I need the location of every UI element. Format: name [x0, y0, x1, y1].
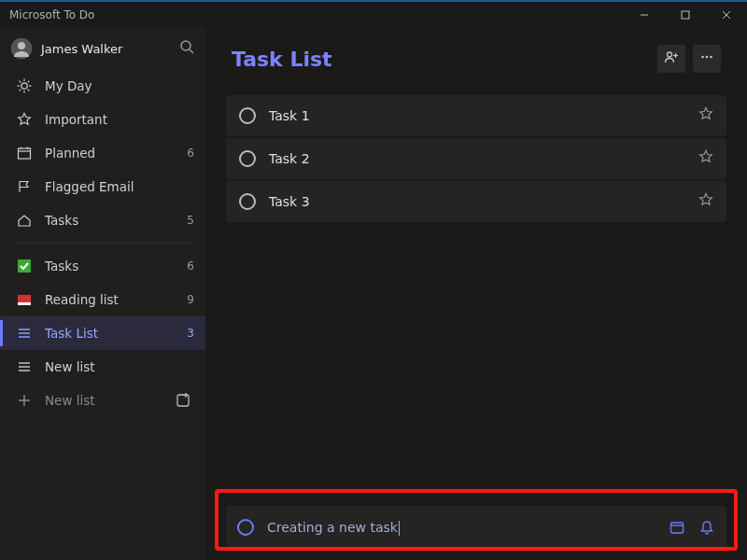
- svg-line-15: [20, 90, 21, 91]
- sidebar-item-flagged[interactable]: Flagged Email: [0, 170, 205, 203]
- task-row[interactable]: Task 3: [226, 181, 726, 222]
- titlebar: Microsoft To Do: [0, 0, 747, 28]
- task-label: Task 2: [269, 151, 698, 166]
- window-controls: [624, 2, 747, 28]
- svg-point-39: [706, 56, 709, 59]
- user-row[interactable]: James Walker: [0, 28, 205, 69]
- list-options-button[interactable]: [693, 45, 721, 73]
- svg-rect-21: [18, 259, 31, 273]
- svg-line-7: [190, 49, 193, 53]
- home-icon: [15, 211, 34, 230]
- sidebar-item-important[interactable]: Important: [0, 103, 205, 136]
- window-close-button[interactable]: [706, 2, 747, 28]
- svg-point-8: [21, 83, 27, 89]
- sidebar-item-label: Flagged Email: [45, 179, 183, 194]
- new-group-icon[interactable]: [172, 389, 194, 412]
- sidebar-item-count: 3: [183, 327, 194, 340]
- calendar-icon: [15, 144, 34, 162]
- svg-rect-41: [671, 523, 684, 533]
- svg-line-13: [20, 81, 21, 83]
- svg-point-6: [181, 41, 190, 50]
- new-list-action-label: New list: [45, 393, 172, 408]
- task-row[interactable]: Task 1: [226, 95, 726, 136]
- page-title: Task List: [232, 48, 657, 71]
- window-minimize-button[interactable]: [624, 2, 665, 28]
- sidebar-item-count: 9: [183, 293, 194, 306]
- svg-line-16: [28, 81, 30, 83]
- sidebar-item-count: 6: [183, 259, 194, 273]
- sun-icon: [15, 77, 34, 95]
- sidebar-list-reading[interactable]: Reading list 9: [0, 283, 205, 316]
- sidebar-item-tasks[interactable]: Tasks 5: [0, 203, 205, 237]
- sidebar-item-label: Reading list: [45, 292, 183, 307]
- search-icon[interactable]: [180, 40, 194, 58]
- sidebar-list-tasks[interactable]: Tasks 6: [0, 249, 205, 283]
- sidebar-item-count: 6: [183, 147, 194, 160]
- star-icon[interactable]: [698, 149, 713, 168]
- sidebar-item-label: Tasks: [45, 213, 183, 228]
- tasks-area: Task 1 Task 2 Task 3: [205, 95, 747, 222]
- window-maximize-button[interactable]: [665, 2, 706, 28]
- star-icon[interactable]: [698, 192, 713, 211]
- sidebar-item-label: My Day: [45, 78, 183, 93]
- add-task-input[interactable]: Creating a new task: [226, 506, 726, 549]
- share-list-button[interactable]: [657, 45, 685, 73]
- ellipsis-icon: [699, 49, 714, 68]
- task-label: Task 3: [269, 194, 698, 209]
- person-add-icon: [664, 49, 679, 68]
- new-list-action-row[interactable]: New list: [0, 384, 205, 417]
- task-label: Task 1: [269, 108, 698, 123]
- task-complete-toggle[interactable]: [239, 193, 256, 210]
- list-swatch-icon: [15, 290, 34, 309]
- page-header: Task List: [205, 28, 747, 95]
- add-task-value: Creating a new task: [267, 520, 669, 536]
- svg-point-5: [18, 42, 25, 49]
- due-date-button[interactable]: [669, 519, 685, 536]
- sidebar-item-count: 5: [183, 214, 194, 227]
- list-icon: [15, 324, 34, 343]
- svg-rect-23: [18, 302, 31, 305]
- plus-icon: [15, 391, 34, 410]
- list-swatch-icon: [15, 257, 34, 275]
- circle-icon: [237, 519, 254, 536]
- svg-point-38: [701, 56, 704, 59]
- sidebar-item-planned[interactable]: Planned 6: [0, 136, 205, 170]
- task-row[interactable]: Task 2: [226, 138, 726, 179]
- sidebar-item-label: Task List: [45, 326, 183, 341]
- star-icon: [15, 110, 34, 129]
- sidebar-item-label: New list: [45, 359, 183, 374]
- task-complete-toggle[interactable]: [239, 150, 256, 167]
- svg-point-35: [668, 52, 672, 57]
- main: Task List Task 1 Task 2: [205, 28, 747, 560]
- sidebar-list-task-list[interactable]: Task List 3: [0, 316, 205, 350]
- svg-rect-1: [682, 11, 689, 19]
- svg-line-14: [28, 90, 30, 91]
- svg-rect-32: [177, 395, 189, 406]
- svg-point-40: [710, 56, 712, 59]
- user-name: James Walker: [41, 42, 180, 56]
- add-task-actions: [669, 519, 715, 536]
- sidebar-divider: [13, 243, 192, 244]
- sidebar-item-label: Planned: [45, 146, 183, 161]
- sidebar-list-new-list[interactable]: New list: [0, 350, 205, 384]
- text-cursor: [399, 521, 400, 536]
- sidebar-item-label: Important: [45, 112, 183, 127]
- sidebar-item-my-day[interactable]: My Day: [0, 69, 205, 103]
- avatar-icon: [11, 38, 32, 59]
- svg-rect-17: [19, 148, 31, 159]
- list-icon: [15, 357, 34, 376]
- flag-icon: [15, 177, 34, 196]
- reminder-button[interactable]: [698, 519, 715, 536]
- sidebar-item-label: Tasks: [45, 259, 183, 273]
- header-actions: [657, 45, 721, 73]
- app-name: Microsoft To Do: [0, 8, 94, 21]
- task-complete-toggle[interactable]: [239, 107, 256, 124]
- sidebar: James Walker My Day Important Planned 6 …: [0, 28, 205, 560]
- star-icon[interactable]: [698, 106, 713, 125]
